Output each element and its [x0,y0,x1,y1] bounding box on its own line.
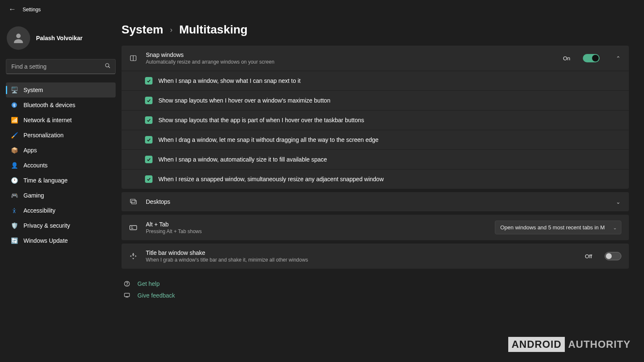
sidebar-item-gaming[interactable]: 🎮Gaming [6,188,116,203]
snap-windows-card: Snap windows Automatically resize and ar… [122,46,629,189]
sidebar: Palash Volvoikar 🖥️SystemBluetooth & dev… [0,19,122,362]
nav-label: Accessibility [23,207,55,214]
sidebar-item-accounts[interactable]: 👤Accounts [6,158,116,173]
snap-icon [129,54,137,62]
back-button[interactable]: ← [8,5,16,14]
checkbox[interactable] [145,136,153,144]
snap-windows-header[interactable]: Snap windows Automatically resize and ar… [122,46,629,71]
nav-icon: 🕐 [11,177,18,184]
snap-option-row: When I resize a snapped window, simultan… [122,169,629,189]
snap-subtitle: Automatically resize and arrange windows… [146,59,555,65]
alttab-icon [129,224,137,231]
snap-option-row: Show snap layouts that the app is part o… [122,110,629,130]
alttab-subtitle: Pressing Alt + Tab shows [146,228,486,234]
svg-point-13 [127,285,127,285]
alttab-selected: Open windows and 5 most recent tabs in M [500,224,605,231]
chevron-up-icon[interactable]: ⌃ [615,55,621,62]
checkbox[interactable] [145,97,153,104]
alttab-dropdown[interactable]: Open windows and 5 most recent tabs in M… [495,221,621,234]
nav-label: Personalization [23,132,64,139]
snap-option-label: When I snap a window, show what I can sn… [158,77,300,84]
avatar-icon [7,26,30,50]
nav-icon: 🔄 [11,237,18,244]
app-title: Settings [23,7,41,13]
nav-icon: 📦 [11,147,18,154]
breadcrumb-parent[interactable]: System [122,23,163,36]
nav-label: Network & internet [23,117,72,123]
snap-option-label: Show snap layouts that the app is part o… [158,117,364,123]
nav-label: System [23,87,43,93]
alttab-card: Alt + Tab Pressing Alt + Tab shows Open … [122,215,629,240]
shake-state-label: Off [585,253,592,259]
nav-icon: 🛡️ [11,222,18,229]
user-name: Palash Volvoikar [36,35,83,41]
svg-rect-14 [124,293,129,297]
nav-icon [11,102,18,108]
nav-label: Time & language [23,177,67,184]
sidebar-item-privacy-security[interactable]: 🛡️Privacy & security [6,218,116,233]
checkbox[interactable] [145,77,153,85]
watermark: ANDROID AUTHORITY [508,337,634,352]
snap-option-label: When I drag a window, let me snap it wit… [158,136,378,143]
titlebar-shake-header: Title bar window shake When I grab a win… [122,244,629,269]
nav-label: Privacy & security [23,222,70,229]
sidebar-item-apps[interactable]: 📦Apps [6,143,116,158]
sidebar-item-network-internet[interactable]: 📶Network & internet [6,113,116,128]
give-feedback-link[interactable]: Give feedback [137,292,175,299]
nav-label: Accounts [23,162,48,169]
sidebar-item-personalization[interactable]: 🖌️Personalization [6,128,116,143]
breadcrumb-current: Multitasking [179,23,248,36]
snap-state-label: On [563,55,570,62]
svg-point-4 [14,208,15,209]
chevron-down-icon: ⌄ [613,225,617,230]
sidebar-item-windows-update[interactable]: 🔄Windows Update [6,233,116,248]
nav-icon [11,208,18,213]
chevron-right-icon: › [170,26,173,34]
nav-label: Gaming [23,192,44,199]
sidebar-item-bluetooth-devices[interactable]: Bluetooth & devices [6,98,116,113]
feedback-icon [123,292,131,299]
breadcrumb: System › Multitasking [122,23,629,36]
checkbox[interactable] [145,156,153,163]
nav-icon: 👤 [11,162,18,169]
svg-rect-8 [132,200,136,204]
nav-label: Windows Update [23,237,68,244]
get-help-link[interactable]: Get help [137,280,160,287]
nav-label: Bluetooth & devices [23,102,75,108]
sidebar-item-time-language[interactable]: 🕐Time & language [6,173,116,188]
sidebar-item-accessibility[interactable]: Accessibility [6,203,116,218]
svg-point-0 [16,33,21,38]
user-profile[interactable]: Palash Volvoikar [6,24,116,56]
nav-icon: 🖥️ [11,87,18,93]
sidebar-item-system[interactable]: 🖥️System [6,82,116,98]
desktops-icon [129,198,137,205]
nav-icon: 📶 [11,117,18,123]
nav-icon: 🎮 [11,192,18,199]
desktops-title: Desktops [146,198,600,205]
snap-title: Snap windows [146,51,555,58]
desktops-header[interactable]: Desktops ⌄ [122,192,629,211]
snap-option-row: When I snap a window, automatically size… [122,150,629,169]
checkbox[interactable] [145,116,153,124]
help-icon [123,280,131,287]
checkbox[interactable] [145,175,153,183]
snap-option-row: Show snap layouts when I hover over a wi… [122,91,629,110]
shake-toggle[interactable] [605,252,621,260]
snap-option-label: When I resize a snapped window, simultan… [158,176,384,182]
search-input[interactable] [6,59,116,74]
alttab-header: Alt + Tab Pressing Alt + Tab shows Open … [122,215,629,240]
snap-toggle[interactable] [583,54,600,62]
svg-rect-9 [130,226,137,230]
nav-label: Apps [23,147,37,154]
nav-icon: 🖌️ [11,132,18,139]
shake-icon [129,252,137,260]
chevron-down-icon[interactable]: ⌄ [615,199,621,205]
main-content: System › Multitasking Snap windows Autom… [122,19,644,362]
desktops-card: Desktops ⌄ [122,192,629,211]
snap-option-row: When I snap a window, show what I can sn… [122,71,629,91]
titlebar-shake-card: Title bar window shake When I grab a win… [122,244,629,269]
shake-title: Title bar window shake [146,249,577,256]
alttab-title: Alt + Tab [146,221,486,228]
snap-option-label: When I snap a window, automatically size… [158,156,327,163]
snap-option-row: When I drag a window, let me snap it wit… [122,130,629,150]
